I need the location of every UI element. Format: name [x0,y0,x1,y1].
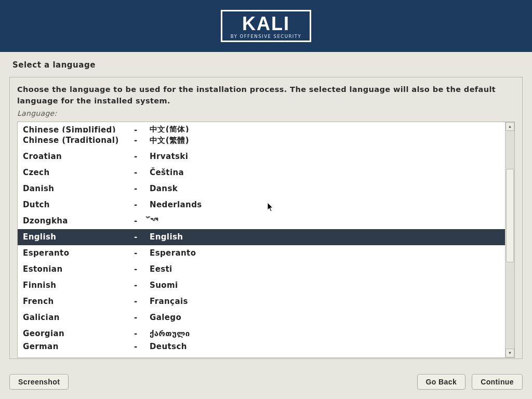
language-name: Esperanto [23,248,134,258]
scroll-up-button[interactable]: ▴ [506,122,514,131]
language-native: English [150,232,183,242]
dash-separator: - [134,216,150,225]
language-row[interactable]: Estonian-Eesti [18,261,505,277]
language-native: Galego [150,313,181,322]
language-row[interactable]: Finnish-Suomi [18,277,505,294]
language-native: Français [150,297,188,306]
main-panel: Choose the language to be used for the i… [9,77,523,359]
scrollbar[interactable]: ▴ ▾ [505,122,514,357]
language-row[interactable]: English-English [18,229,505,245]
language-native: Hrvatski [150,152,188,161]
dash-separator: - [134,248,150,258]
continue-button[interactable]: Continue [472,374,523,390]
dash-separator: - [134,342,150,351]
dash-separator: - [134,168,150,177]
language-row[interactable]: Dutch-Nederlands [18,197,505,213]
language-name: Dzongkha [23,216,134,225]
header-banner: KALI BY OFFENSIVE SECURITY [0,0,532,52]
footer-bar: Screenshot Go Back Continue [9,374,523,390]
dash-separator: - [134,313,150,322]
field-label-language: Language: [17,109,515,117]
language-row[interactable]: Dzongkha-རོཁ [18,213,505,229]
language-native: 中文(繁體) [150,136,189,145]
language-native: 中文(简体) [150,125,189,132]
language-row[interactable]: Chinese (Simplified)-中文(简体) [18,122,505,132]
logo-subtitle: BY OFFENSIVE SECURITY [231,34,301,39]
language-name: Chinese (Traditional) [23,136,134,145]
language-name: Danish [23,184,134,193]
language-native: Suomi [150,281,178,290]
language-name: Georgian [23,329,134,338]
language-name: German [23,342,134,351]
language-native: Eesti [150,264,172,274]
dash-separator: - [134,125,150,132]
language-native: Esperanto [150,248,196,258]
dash-separator: - [134,329,150,338]
instruction-text: Choose the language to be used for the i… [17,84,515,107]
scroll-thumb[interactable] [506,169,514,262]
dash-separator: - [134,281,150,290]
language-row[interactable]: Croatian-Hrvatski [18,149,505,165]
language-row[interactable]: French-Français [18,294,505,310]
page-title: Select a language [0,52,532,77]
language-name: Estonian [23,264,134,274]
language-row[interactable]: Georgian-ქართული [18,326,505,342]
dash-separator: - [134,152,150,161]
go-back-button[interactable]: Go Back [417,374,466,390]
language-row[interactable]: Esperanto-Esperanto [18,245,505,261]
language-name: Croatian [23,152,134,161]
chevron-up-icon: ▴ [509,124,511,129]
dash-separator: - [134,136,150,145]
language-list[interactable]: Chinese (Simplified)-中文(简体)Chinese (Trad… [18,122,505,357]
dash-separator: - [134,184,150,193]
kali-logo: KALI BY OFFENSIVE SECURITY [221,10,311,43]
logo-title: KALI [231,15,301,33]
scroll-down-button[interactable]: ▾ [506,349,514,357]
language-name: French [23,297,134,306]
language-native: Čeština [150,168,184,177]
language-name: English [23,232,134,242]
nav-button-group: Go Back Continue [417,374,523,390]
language-native: ქართული [150,329,190,338]
language-name: Finnish [23,281,134,290]
language-row[interactable]: German-Deutsch [18,342,505,353]
dash-separator: - [134,297,150,306]
language-name: Galician [23,313,134,322]
language-native: Deutsch [150,342,187,351]
language-list-container: Chinese (Simplified)-中文(简体)Chinese (Trad… [17,122,515,358]
language-row[interactable]: Chinese (Traditional)-中文(繁體) [18,132,505,149]
dash-separator: - [134,232,150,242]
language-native: Dansk [150,184,178,193]
language-native: Nederlands [150,200,202,209]
language-native: རོཁ [150,216,158,225]
language-row[interactable]: Galician-Galego [18,310,505,326]
screenshot-button[interactable]: Screenshot [9,374,69,390]
language-row[interactable]: Czech-Čeština [18,165,505,181]
language-name: Dutch [23,200,134,209]
dash-separator: - [134,264,150,274]
language-name: Czech [23,168,134,177]
language-row[interactable]: Danish-Dansk [18,181,505,197]
chevron-down-icon: ▾ [509,350,511,355]
dash-separator: - [134,200,150,209]
language-name: Chinese (Simplified) [23,125,134,132]
